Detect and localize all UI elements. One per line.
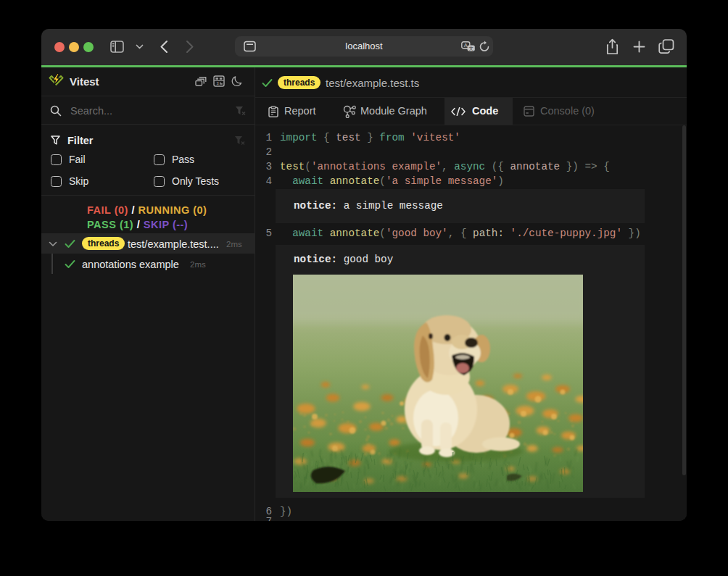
svg-text:文: 文 [468, 45, 473, 50]
svg-text:3: 3 [216, 81, 218, 85]
svg-text:A: A [464, 42, 468, 49]
